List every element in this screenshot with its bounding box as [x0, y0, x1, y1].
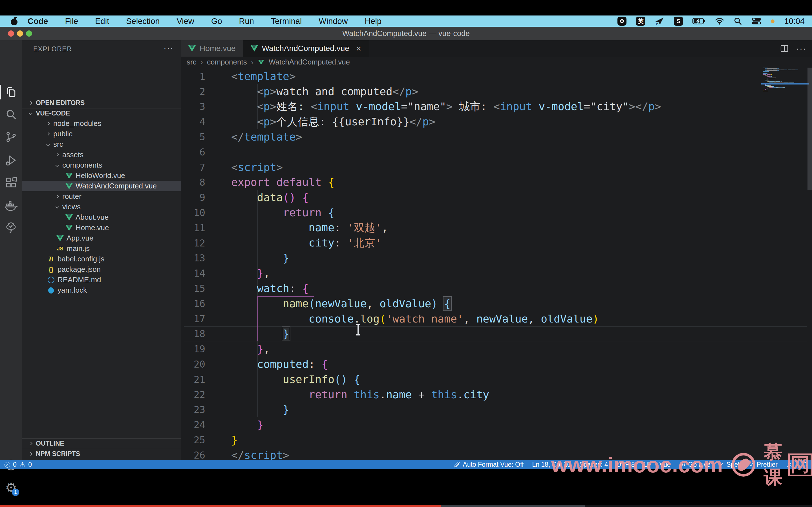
input-method-icon[interactable]: 英 — [636, 17, 645, 25]
video-progress-bar[interactable] — [0, 505, 812, 507]
menu-terminal[interactable]: Terminal — [271, 17, 302, 26]
tree-item-assets[interactable]: assets — [22, 150, 181, 160]
menu-window[interactable]: Window — [319, 17, 348, 26]
status-utf-8[interactable]: UTF-8 — [616, 461, 635, 468]
screen-record-icon[interactable] — [617, 17, 626, 25]
code-line-18[interactable]: 18 } — [181, 327, 762, 342]
code-line-7[interactable]: 7<script> — [181, 160, 762, 175]
code-line-23[interactable]: 23 } — [181, 402, 762, 417]
tree-item-components[interactable]: components — [22, 160, 181, 170]
tree-item-about-vue[interactable]: About.vue — [22, 212, 181, 223]
menu-edit[interactable]: Edit — [95, 17, 109, 26]
chevron-down-icon[interactable] — [55, 205, 59, 209]
chevron-right-icon[interactable] — [55, 153, 59, 157]
breadcrumb-components[interactable]: components — [207, 58, 247, 66]
search-icon[interactable] — [0, 105, 22, 123]
zoom-window-button[interactable] — [26, 31, 32, 37]
status-lf[interactable]: LF — [644, 461, 651, 468]
breadcrumb-file[interactable]: WatchAndComputed.vue — [269, 58, 350, 66]
tree-item-public[interactable]: public — [22, 129, 181, 139]
code-line-5[interactable]: 5</template> — [181, 129, 762, 145]
code-line-2[interactable]: 2 <p>watch and computed</p> — [181, 84, 762, 99]
code-line-21[interactable]: 21 userInfo() { — [181, 372, 762, 387]
errors-count[interactable]: 0 — [13, 461, 17, 468]
errors-icon[interactable]: × — [4, 462, 10, 467]
chevron-right-icon[interactable] — [55, 194, 59, 198]
menu-help[interactable]: Help — [365, 17, 382, 26]
status-spaces-4[interactable]: Spaces: 4 — [579, 461, 608, 468]
source-control-icon[interactable] — [0, 128, 22, 146]
s-app-icon[interactable]: S — [674, 17, 683, 25]
code-line-19[interactable]: 19 }, — [181, 341, 762, 356]
tree-item-home-vue[interactable]: Home.vue — [22, 223, 181, 233]
test-tree-icon[interactable] — [0, 219, 22, 237]
tree-item-router[interactable]: router — [22, 191, 181, 202]
code-line-17[interactable]: 17 console.log('watch name', newValue, o… — [181, 311, 762, 327]
tree-item-readme-md[interactable]: iREADME.md — [22, 275, 181, 285]
code-line-20[interactable]: 20 computed: { — [181, 356, 762, 372]
menu-selection[interactable]: Selection — [126, 17, 160, 26]
tree-item-main-js[interactable]: JSmain.js — [22, 243, 181, 254]
menu-run[interactable]: Run — [239, 17, 254, 26]
tree-item-package-json[interactable]: {}package.json — [22, 264, 181, 275]
outline-section[interactable]: OUTLINE — [22, 438, 181, 449]
menu-code[interactable]: Code — [28, 17, 48, 26]
chevron-right-icon[interactable] — [46, 132, 50, 136]
wifi-icon[interactable] — [715, 17, 724, 25]
code-editor[interactable]: 1<template>2 <p>watch and computed</p>3 … — [181, 68, 812, 460]
minimap[interactable] — [763, 68, 808, 92]
status-spell[interactable]: ✓Spell — [719, 461, 741, 468]
split-editor-icon[interactable] — [780, 44, 789, 53]
tree-item-helloworld-vue[interactable]: HelloWorld.vue — [22, 170, 181, 181]
tab-home-vue[interactable]: Home.vue — [181, 40, 243, 57]
minimize-window-button[interactable] — [17, 31, 23, 37]
tree-item-node-modules[interactable]: node_modules — [22, 118, 181, 129]
paper-plane-icon[interactable]: P — [655, 16, 664, 26]
clock[interactable]: 10:04 — [784, 17, 805, 26]
settings-gear-icon[interactable]: ⚙ 1 — [0, 478, 22, 497]
warnings-count[interactable]: 0 — [28, 461, 32, 468]
status-bell-icon[interactable] — [801, 461, 808, 468]
code-line-26[interactable]: 26</script> — [181, 448, 762, 460]
breadcrumb-src[interactable]: src — [187, 58, 197, 66]
apple-menu-icon[interactable] — [11, 17, 18, 25]
status-auto-format-vue-off[interactable]: Auto Format Vue: Off — [454, 461, 523, 468]
explorer-icon[interactable] — [0, 83, 22, 101]
status-prettier[interactable]: ✓Prettier — [749, 461, 777, 468]
status-vue[interactable]: Vue — [659, 461, 670, 468]
code-line-24[interactable]: 24 } — [181, 417, 762, 432]
menu-view[interactable]: View — [177, 17, 194, 26]
chevron-down-icon[interactable] — [46, 143, 50, 146]
status-go-live[interactable]: Go Live — [679, 461, 711, 468]
tree-item-watchandcomputed-vue[interactable]: WatchAndComputed.vue — [22, 181, 181, 191]
tree-item-views[interactable]: views — [22, 202, 181, 212]
code-line-6[interactable]: 6 — [181, 145, 762, 160]
code-line-8[interactable]: 8export default { — [181, 175, 762, 190]
tab-watchandcomputed-vue[interactable]: WatchAndComputed.vue × — [243, 40, 369, 57]
tree-item-app-vue[interactable]: App.vue — [22, 233, 181, 243]
editor-scrollbar[interactable] — [808, 68, 812, 190]
status-ln-18-col-16[interactable]: Ln 18, Col 16 — [532, 461, 571, 468]
code-line-12[interactable]: 12 city: '北京' — [181, 235, 762, 251]
tree-item-babel-config-js[interactable]: Bbabel.config.js — [22, 254, 181, 264]
docker-icon[interactable] — [0, 196, 22, 214]
window-title-bar[interactable]: WatchAndComputed.vue — vue-code — [0, 27, 812, 40]
code-line-15[interactable]: 15 watch: { — [181, 281, 762, 296]
control-center-icon[interactable] — [752, 17, 761, 25]
run-debug-icon[interactable] — [0, 151, 22, 169]
spotlight-search-icon[interactable] — [733, 17, 742, 25]
npm-scripts-section[interactable]: NPM SCRIPTS — [22, 449, 181, 459]
close-tab-icon[interactable]: × — [356, 46, 361, 51]
menu-go[interactable]: Go — [211, 17, 222, 26]
close-window-button[interactable] — [8, 31, 14, 37]
code-line-25[interactable]: 25} — [181, 432, 762, 448]
code-line-4[interactable]: 4 <p>个人信息: {{userInfo}}</p> — [181, 114, 762, 129]
explorer-more-actions-icon[interactable]: ··· — [163, 43, 174, 53]
code-line-3[interactable]: 3 <p>姓名: <input v-model="name"> 城市: <inp… — [181, 99, 762, 114]
code-line-22[interactable]: 22 return this.name + this.city — [181, 387, 762, 402]
code-line-14[interactable]: 14 }, — [181, 266, 762, 281]
code-line-9[interactable]: 9 data() { — [181, 190, 762, 205]
status-person-icon[interactable] — [786, 461, 793, 468]
open-editors-section[interactable]: OPEN EDITORS — [22, 98, 181, 108]
chevron-down-icon[interactable] — [55, 163, 59, 167]
